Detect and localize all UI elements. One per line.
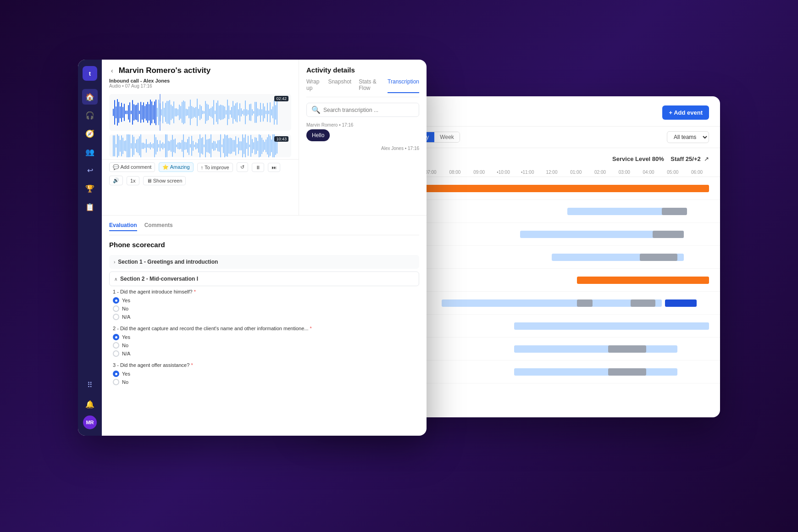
sidebar-headset[interactable]: 🎧 [82,107,98,123]
question-2-text: 2 - Did the agent capture and record the… [113,326,419,331]
agent-timeline [394,366,709,378]
transcript-search-input[interactable] [323,107,414,113]
timeline-bar [514,345,678,353]
show-screen-button[interactable]: 🖥 Show screen [143,176,186,185]
agent-timeline [394,205,709,218]
timeline-bar [514,322,709,330]
speaker-meta-1: Marvin Romero • 17:16 [306,122,419,127]
sidebar-compass[interactable]: 🧭 [82,126,98,141]
service-level-value: 80% [652,155,664,162]
time-label: 05:00 [660,170,685,175]
tab-transcription[interactable]: Transcription [388,78,419,93]
staff-value: 25/+2 [686,155,701,162]
tab-comments[interactable]: Comments [144,222,173,231]
playhead [160,94,161,131]
section-2-chevron: ∧ [114,277,117,282]
back-button[interactable]: ‹ [109,66,115,75]
timeline-bar [577,277,709,284]
waveform-area[interactable]: 02:42 [109,94,291,131]
q2-yes-radio[interactable] [113,334,119,340]
activity-header: ‹ Marvin Romero's activity [102,60,299,78]
time-label: 03:00 [612,170,637,175]
activity-card: t 🏠 🎧 🧭 👥 ↩ 🏆 📋 ⠿ 🔔 MR ‹ Marvi [78,60,427,436]
transcript-tabs: Wrap up Snapshot Stats & Flow Transcript… [306,78,419,97]
section-2-header[interactable]: ∧ Section 2 - Mid-conversation I [109,272,419,286]
message-bubble-1: Hello [306,129,330,141]
sidebar-clipboard[interactable]: 📋 [82,199,98,215]
activity-top: ‹ Marvin Romero's activity Inbound call … [102,60,427,216]
sidebar-trophy[interactable]: 🏆 [82,181,98,196]
time-label: 04:00 [637,170,661,175]
q2-no-radio[interactable] [113,342,119,349]
transcript-message-1: Marvin Romero • 17:16 Hello [306,122,419,141]
sidebar-logo: t [83,66,97,81]
tab-snapshot[interactable]: Snapshot [328,78,351,93]
transcript-panel: Activity details Wrap up Snapshot Stats … [299,60,427,215]
amazing-button[interactable]: ⭐ Amazing [159,162,193,172]
call-meta: Inbound call - Alex Jones Audio • 07 Aug… [102,78,299,92]
activity-title: Marvin Romero's activity [119,66,211,75]
search-icon: 🔍 [311,105,321,114]
player-panel: ‹ Marvin Romero's activity Inbound call … [102,60,299,215]
question-3: 3 - Did the agent offer assistance? * Ye… [109,362,419,385]
q2-na[interactable]: N/A [113,350,419,357]
skip-button[interactable]: ⏭ [268,163,280,172]
sidebar-bell-icon[interactable]: 🔔 [82,396,98,412]
staff-label: Staff [671,155,684,162]
q1-na[interactable]: N/A [113,314,419,320]
section-1-header[interactable]: › Section 1 - Greetings and introduction [109,255,419,269]
to-improve-button[interactable]: ↑ To improve [197,163,233,172]
rewind-button[interactable]: ↺ [237,162,248,172]
tab-wrapup[interactable]: Wrap up [306,78,321,93]
q1-yes-radio[interactable] [113,297,119,304]
player-controls: 💬 Add comment ⭐ Amazing ↑ To improve ↺ ⏸… [102,159,299,188]
time-label: •10:00 [491,170,515,175]
time-label: 09:00 [467,170,491,175]
q2-no[interactable]: No [113,342,419,349]
speed-button[interactable]: 1x [127,176,139,185]
section-2-name: Section 2 - Mid-conversation I [120,276,198,282]
timeline-bar [514,368,678,376]
teams-select[interactable]: All teams [667,131,709,143]
q2-yes[interactable]: Yes [113,334,419,340]
timeline-bar [662,208,687,215]
q1-yes[interactable]: Yes [113,297,419,304]
sidebar-home[interactable]: 🏠 [82,89,98,105]
sidebar-grid-icon[interactable]: ⠿ [82,377,98,393]
scorecard-title: Phone scorecard [109,241,419,249]
sidebar-reply[interactable]: ↩ [82,162,98,178]
q3-no[interactable]: No [113,379,419,385]
add-comment-button[interactable]: 💬 Add comment [109,162,155,172]
sidebar-users[interactable]: 👥 [82,144,98,160]
timeline-bar [410,185,709,192]
q1-no-radio[interactable] [113,305,119,312]
timeline-bar [577,299,593,307]
q3-no-radio[interactable] [113,379,119,385]
q3-yes[interactable]: Yes [113,371,419,377]
question-3-text: 3 - Did the agent offer assistance? * [113,362,419,368]
volume-button[interactable]: 🔊 [109,176,123,185]
timeline-bar [665,299,697,307]
pause-button[interactable]: ⏸ [252,163,264,172]
tab-stats[interactable]: Stats & Flow [359,78,380,93]
agent-timeline [394,228,709,241]
current-time-badge: 02:42 [274,96,288,101]
section-1-name: Section 1 - Greetings and introduction [118,259,218,265]
agent-timeline [394,320,709,332]
q2-na-radio[interactable] [113,350,119,357]
q1-no[interactable]: No [113,305,419,312]
week-tab[interactable]: Week [434,132,459,142]
q3-yes-radio[interactable] [113,371,119,377]
time-label: •11:00 [515,170,540,175]
waveform-area-2[interactable]: 10:43 [109,134,291,157]
transcript-search[interactable]: 🔍 [306,103,419,117]
time-label: 12:00 [540,170,564,175]
add-event-button[interactable]: + Add event [662,105,709,120]
service-level-label: Service Level [612,155,650,162]
q1-na-radio[interactable] [113,314,119,320]
timeline-bar [631,299,656,307]
tab-evaluation[interactable]: Evaluation [109,222,137,231]
user-avatar[interactable]: MR [83,416,97,429]
speaker-meta-2: Alex Jones • 17:16 [306,146,419,151]
agent-timeline [394,251,709,264]
